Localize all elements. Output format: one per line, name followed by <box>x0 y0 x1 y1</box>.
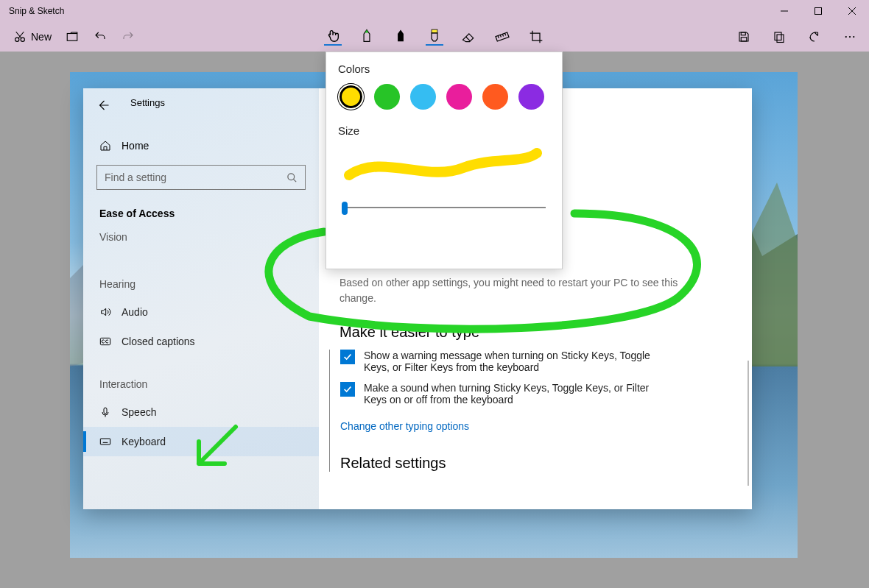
heading-easier-type: Make it easier to type <box>339 324 731 341</box>
swatch-green[interactable] <box>374 84 400 110</box>
keyboard-icon <box>99 436 111 447</box>
audio-icon <box>99 306 111 318</box>
nav-closed-captions[interactable]: Closed captions <box>83 327 319 356</box>
size-label: Size <box>338 124 550 137</box>
crop-tool[interactable] <box>527 28 545 46</box>
category-label: Ease of Access <box>83 203 319 224</box>
eraser-tool[interactable] <box>460 28 477 46</box>
subcat-interaction[interactable]: Interaction <box>83 371 319 397</box>
nav-keyboard[interactable]: Keyboard <box>83 427 319 456</box>
subcat-vision[interactable]: Vision <box>83 224 319 250</box>
nav-audio[interactable]: Audio <box>83 297 319 327</box>
ballpoint-pen-tool[interactable] <box>358 28 376 46</box>
svg-rect-34 <box>100 439 110 444</box>
more-button[interactable] <box>838 25 862 49</box>
snip-icon <box>13 30 27 43</box>
slider-thumb[interactable] <box>342 202 348 215</box>
save-button[interactable] <box>732 25 756 49</box>
subcat-hearing[interactable]: Hearing <box>83 271 319 297</box>
color-swatches <box>338 84 550 110</box>
svg-line-10 <box>466 37 471 41</box>
home-icon <box>99 140 111 152</box>
pencil-tool[interactable] <box>392 28 409 46</box>
svg-rect-19 <box>777 35 784 43</box>
titlebar: Snip & Sketch <box>0 0 869 22</box>
checkbox-icon <box>340 382 355 397</box>
svg-line-15 <box>505 33 506 35</box>
minimize-button[interactable] <box>767 0 801 22</box>
check-sound[interactable]: Make a sound when turning Sticky Keys, T… <box>340 382 731 405</box>
copy-button[interactable] <box>767 25 791 49</box>
svg-rect-17 <box>741 38 747 41</box>
home-label: Home <box>122 140 149 152</box>
svg-rect-11 <box>496 32 509 41</box>
restart-hint: Based on other app settings, you might n… <box>339 275 708 306</box>
share-button[interactable] <box>803 25 826 49</box>
new-snip-button[interactable]: New <box>9 25 56 49</box>
change-typing-link[interactable]: Change other typing options <box>340 420 469 432</box>
swatch-yellow[interactable] <box>338 84 364 110</box>
search-placeholder: Find a setting <box>105 171 166 183</box>
close-button[interactable] <box>835 0 869 22</box>
colors-label: Colors <box>338 63 550 75</box>
app-title: Snip & Sketch <box>0 6 64 16</box>
nav-speech[interactable]: Speech <box>83 397 319 427</box>
svg-line-13 <box>500 35 501 37</box>
highlighter-popup: Colors Size <box>326 52 563 269</box>
svg-rect-9 <box>432 29 437 33</box>
scrollbar[interactable] <box>747 361 749 486</box>
highlighter-tool[interactable] <box>426 28 443 46</box>
stroke-preview <box>338 146 550 185</box>
svg-line-12 <box>498 36 499 38</box>
open-button[interactable] <box>60 25 84 49</box>
back-button[interactable] <box>96 99 110 115</box>
settings-title: Settings <box>130 97 165 108</box>
maximize-button[interactable] <box>801 0 835 22</box>
size-slider[interactable] <box>338 200 550 215</box>
undo-button[interactable] <box>88 25 112 49</box>
swatch-orange[interactable] <box>482 84 508 110</box>
cc-icon <box>99 336 111 347</box>
svg-line-31 <box>293 179 296 182</box>
slider-track <box>342 207 546 208</box>
check-warning[interactable]: Show a warning message when turning on S… <box>340 350 731 373</box>
heading-related: Related settings <box>340 455 731 472</box>
svg-point-22 <box>853 36 854 38</box>
new-label: New <box>31 31 52 43</box>
settings-sidebar: Settings Home Find a setting Ease of Acc… <box>83 88 319 509</box>
svg-rect-33 <box>104 408 107 414</box>
svg-rect-16 <box>741 32 745 35</box>
home-nav[interactable]: Home <box>99 140 319 152</box>
search-input[interactable]: Find a setting <box>96 165 306 190</box>
search-icon <box>286 172 298 183</box>
checkbox-icon <box>340 350 355 364</box>
mic-icon <box>99 406 111 418</box>
swatch-pink[interactable] <box>446 84 472 110</box>
ruler-tool[interactable] <box>493 28 511 46</box>
swatch-purple[interactable] <box>518 84 544 110</box>
svg-point-21 <box>849 36 851 38</box>
svg-rect-18 <box>775 32 781 40</box>
svg-rect-1 <box>815 8 822 15</box>
svg-point-20 <box>845 36 847 38</box>
svg-rect-8 <box>67 34 77 41</box>
svg-point-30 <box>288 173 295 180</box>
redo-button[interactable] <box>116 25 140 49</box>
toolbar: New <box>0 22 869 52</box>
swatch-blue[interactable] <box>410 84 436 110</box>
svg-line-14 <box>502 34 503 36</box>
touch-writing-tool[interactable] <box>324 28 342 46</box>
